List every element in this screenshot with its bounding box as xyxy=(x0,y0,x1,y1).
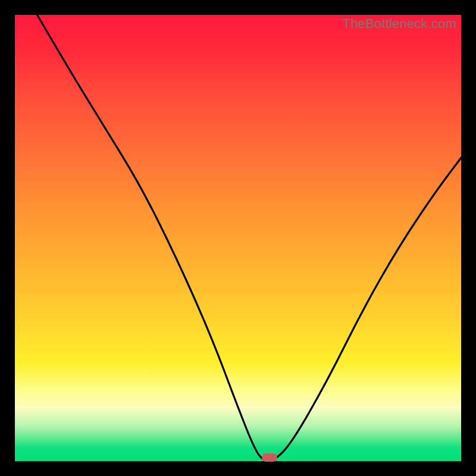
bottleneck-curve xyxy=(15,15,461,461)
optimal-marker xyxy=(262,453,277,462)
plot-area: TheBottleneck.com xyxy=(15,15,461,461)
curve-path xyxy=(37,15,462,461)
chart-frame: TheBottleneck.com xyxy=(0,0,476,476)
